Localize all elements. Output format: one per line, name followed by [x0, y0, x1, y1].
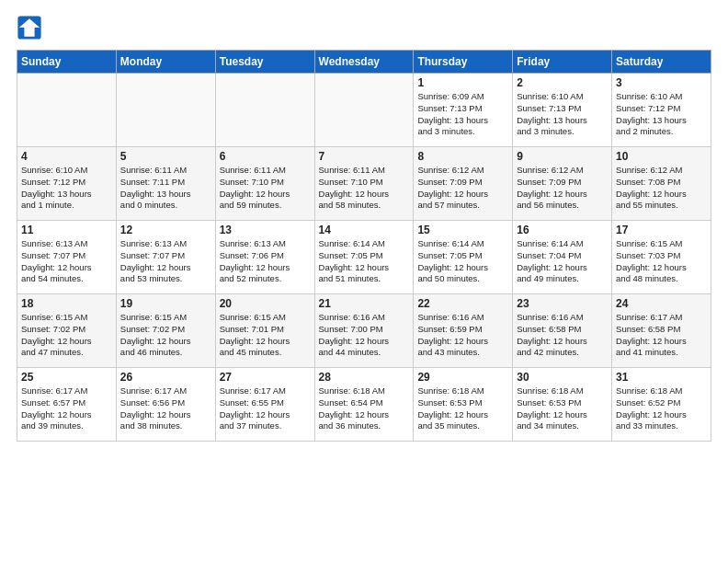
- day-number: 21: [319, 297, 410, 310]
- calendar-week-2: 11Sunrise: 6:13 AM Sunset: 7:07 PM Dayli…: [17, 221, 711, 294]
- calendar-cell: 30Sunrise: 6:18 AM Sunset: 6:53 PM Dayli…: [513, 368, 612, 442]
- day-number: 16: [517, 224, 608, 236]
- day-info: Sunrise: 6:15 AM Sunset: 7:03 PM Dayligh…: [616, 238, 707, 285]
- day-number: 5: [120, 150, 211, 163]
- day-info: Sunrise: 6:18 AM Sunset: 6:52 PM Dayligh…: [616, 385, 707, 432]
- calendar-cell: 29Sunrise: 6:18 AM Sunset: 6:53 PM Dayli…: [414, 368, 513, 442]
- day-number: 22: [417, 297, 508, 310]
- day-info: Sunrise: 6:10 AM Sunset: 7:12 PM Dayligh…: [616, 91, 707, 138]
- logo-icon: [17, 15, 42, 40]
- day-info: Sunrise: 6:16 AM Sunset: 7:00 PM Dayligh…: [319, 312, 410, 359]
- day-number: 28: [319, 371, 410, 384]
- weekday-header-monday: Monday: [116, 51, 215, 74]
- calendar-week-3: 18Sunrise: 6:15 AM Sunset: 7:02 PM Dayli…: [17, 294, 711, 368]
- calendar-cell: 24Sunrise: 6:17 AM Sunset: 6:58 PM Dayli…: [612, 294, 711, 368]
- day-info: Sunrise: 6:15 AM Sunset: 7:02 PM Dayligh…: [120, 312, 211, 359]
- calendar-cell: 11Sunrise: 6:13 AM Sunset: 7:07 PM Dayli…: [17, 221, 117, 294]
- day-number: 10: [616, 150, 707, 163]
- day-info: Sunrise: 6:12 AM Sunset: 7:09 PM Dayligh…: [417, 165, 508, 212]
- logo: [17, 15, 46, 40]
- calendar-cell: [314, 74, 414, 147]
- day-number: 11: [21, 224, 112, 236]
- day-info: Sunrise: 6:14 AM Sunset: 7:05 PM Dayligh…: [319, 238, 410, 285]
- day-info: Sunrise: 6:18 AM Sunset: 6:54 PM Dayligh…: [319, 385, 410, 432]
- calendar-week-1: 4Sunrise: 6:10 AM Sunset: 7:12 PM Daylig…: [17, 147, 711, 221]
- calendar-cell: 25Sunrise: 6:17 AM Sunset: 6:57 PM Dayli…: [17, 368, 117, 442]
- day-number: 6: [220, 150, 311, 163]
- calendar-cell: 14Sunrise: 6:14 AM Sunset: 7:05 PM Dayli…: [314, 221, 414, 294]
- day-info: Sunrise: 6:12 AM Sunset: 7:08 PM Dayligh…: [616, 165, 707, 212]
- calendar-cell: 19Sunrise: 6:15 AM Sunset: 7:02 PM Dayli…: [116, 294, 215, 368]
- calendar-cell: 9Sunrise: 6:12 AM Sunset: 7:09 PM Daylig…: [513, 147, 612, 221]
- day-number: 8: [417, 150, 508, 163]
- calendar-table: SundayMondayTuesdayWednesdayThursdayFrid…: [17, 50, 711, 442]
- day-info: Sunrise: 6:17 AM Sunset: 6:55 PM Dayligh…: [220, 385, 311, 432]
- weekday-header-tuesday: Tuesday: [215, 51, 314, 74]
- day-info: Sunrise: 6:15 AM Sunset: 7:02 PM Dayligh…: [21, 312, 112, 359]
- calendar-cell: 10Sunrise: 6:12 AM Sunset: 7:08 PM Dayli…: [612, 147, 711, 221]
- header: [17, 15, 711, 40]
- day-info: Sunrise: 6:17 AM Sunset: 6:57 PM Dayligh…: [21, 385, 112, 432]
- calendar-cell: 17Sunrise: 6:15 AM Sunset: 7:03 PM Dayli…: [612, 221, 711, 294]
- day-info: Sunrise: 6:15 AM Sunset: 7:01 PM Dayligh…: [220, 312, 311, 359]
- day-info: Sunrise: 6:11 AM Sunset: 7:10 PM Dayligh…: [319, 165, 410, 212]
- day-info: Sunrise: 6:16 AM Sunset: 6:59 PM Dayligh…: [417, 312, 508, 359]
- day-number: 13: [220, 224, 311, 236]
- calendar-cell: 18Sunrise: 6:15 AM Sunset: 7:02 PM Dayli…: [17, 294, 117, 368]
- calendar-cell: 21Sunrise: 6:16 AM Sunset: 7:00 PM Dayli…: [314, 294, 414, 368]
- calendar-cell: 4Sunrise: 6:10 AM Sunset: 7:12 PM Daylig…: [17, 147, 117, 221]
- day-number: 15: [417, 224, 508, 236]
- day-number: 30: [517, 371, 608, 384]
- day-number: 20: [220, 297, 311, 310]
- day-number: 25: [21, 371, 112, 384]
- day-number: 3: [616, 76, 707, 89]
- calendar-week-4: 25Sunrise: 6:17 AM Sunset: 6:57 PM Dayli…: [17, 368, 711, 442]
- weekday-header-sunday: Sunday: [17, 51, 117, 74]
- day-info: Sunrise: 6:16 AM Sunset: 6:58 PM Dayligh…: [517, 312, 608, 359]
- calendar-cell: 16Sunrise: 6:14 AM Sunset: 7:04 PM Dayli…: [513, 221, 612, 294]
- calendar-cell: 1Sunrise: 6:09 AM Sunset: 7:13 PM Daylig…: [414, 74, 513, 147]
- day-number: 31: [616, 371, 707, 384]
- calendar-cell: 12Sunrise: 6:13 AM Sunset: 7:07 PM Dayli…: [116, 221, 215, 294]
- day-info: Sunrise: 6:17 AM Sunset: 6:58 PM Dayligh…: [616, 312, 707, 359]
- page: SundayMondayTuesdayWednesdayThursdayFrid…: [0, 0, 728, 451]
- day-number: 14: [319, 224, 410, 236]
- day-number: 26: [120, 371, 211, 384]
- day-number: 17: [616, 224, 707, 236]
- calendar-cell: 6Sunrise: 6:11 AM Sunset: 7:10 PM Daylig…: [215, 147, 314, 221]
- weekday-header-thursday: Thursday: [414, 51, 513, 74]
- calendar-cell: 22Sunrise: 6:16 AM Sunset: 6:59 PM Dayli…: [414, 294, 513, 368]
- day-number: 9: [517, 150, 608, 163]
- day-info: Sunrise: 6:18 AM Sunset: 6:53 PM Dayligh…: [417, 385, 508, 432]
- weekday-header-saturday: Saturday: [612, 51, 711, 74]
- day-info: Sunrise: 6:11 AM Sunset: 7:11 PM Dayligh…: [120, 165, 211, 212]
- calendar-cell: 15Sunrise: 6:14 AM Sunset: 7:05 PM Dayli…: [414, 221, 513, 294]
- day-info: Sunrise: 6:11 AM Sunset: 7:10 PM Dayligh…: [220, 165, 311, 212]
- calendar-cell: 8Sunrise: 6:12 AM Sunset: 7:09 PM Daylig…: [414, 147, 513, 221]
- day-number: 19: [120, 297, 211, 310]
- calendar-body: 1Sunrise: 6:09 AM Sunset: 7:13 PM Daylig…: [17, 74, 711, 442]
- day-info: Sunrise: 6:09 AM Sunset: 7:13 PM Dayligh…: [417, 91, 508, 138]
- calendar-cell: 26Sunrise: 6:17 AM Sunset: 6:56 PM Dayli…: [116, 368, 215, 442]
- day-number: 7: [319, 150, 410, 163]
- calendar-cell: 31Sunrise: 6:18 AM Sunset: 6:52 PM Dayli…: [612, 368, 711, 442]
- calendar-header: SundayMondayTuesdayWednesdayThursdayFrid…: [17, 51, 711, 74]
- calendar-cell: 28Sunrise: 6:18 AM Sunset: 6:54 PM Dayli…: [314, 368, 414, 442]
- day-number: 18: [21, 297, 112, 310]
- day-number: 2: [517, 76, 608, 89]
- calendar-cell: 13Sunrise: 6:13 AM Sunset: 7:06 PM Dayli…: [215, 221, 314, 294]
- day-info: Sunrise: 6:18 AM Sunset: 6:53 PM Dayligh…: [517, 385, 608, 432]
- calendar-cell: 7Sunrise: 6:11 AM Sunset: 7:10 PM Daylig…: [314, 147, 414, 221]
- calendar-cell: 20Sunrise: 6:15 AM Sunset: 7:01 PM Dayli…: [215, 294, 314, 368]
- day-info: Sunrise: 6:10 AM Sunset: 7:13 PM Dayligh…: [517, 91, 608, 138]
- calendar-cell: 5Sunrise: 6:11 AM Sunset: 7:11 PM Daylig…: [116, 147, 215, 221]
- calendar-week-0: 1Sunrise: 6:09 AM Sunset: 7:13 PM Daylig…: [17, 74, 711, 147]
- calendar-cell: 23Sunrise: 6:16 AM Sunset: 6:58 PM Dayli…: [513, 294, 612, 368]
- calendar-cell: [215, 74, 314, 147]
- day-info: Sunrise: 6:14 AM Sunset: 7:04 PM Dayligh…: [517, 238, 608, 285]
- day-info: Sunrise: 6:12 AM Sunset: 7:09 PM Dayligh…: [517, 165, 608, 212]
- calendar-cell: [116, 74, 215, 147]
- day-info: Sunrise: 6:17 AM Sunset: 6:56 PM Dayligh…: [120, 385, 211, 432]
- day-info: Sunrise: 6:10 AM Sunset: 7:12 PM Dayligh…: [21, 165, 112, 212]
- day-number: 4: [21, 150, 112, 163]
